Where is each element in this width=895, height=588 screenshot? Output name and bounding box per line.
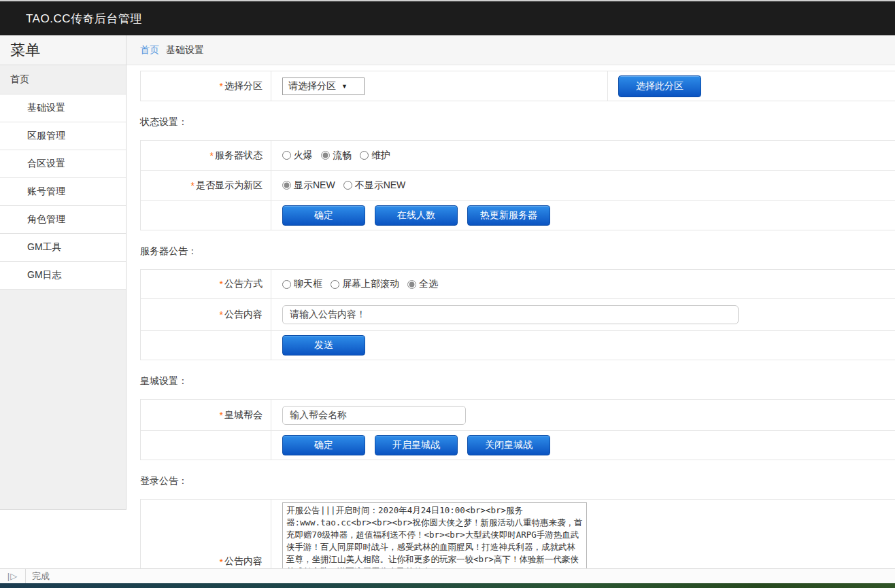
sidebar-item-home[interactable]: 首页 bbox=[0, 65, 126, 94]
send-button[interactable]: 发送 bbox=[282, 335, 365, 356]
sidebar-item-label: 角色管理 bbox=[27, 213, 65, 226]
radio-input[interactable] bbox=[282, 280, 291, 289]
status-confirm-button[interactable]: 确定 bbox=[282, 205, 365, 226]
choose-zone-button[interactable]: 选择此分区 bbox=[618, 75, 701, 97]
sidebar-item-label: GM日志 bbox=[27, 269, 62, 281]
zone-select-action-cell: 选择此分区 bbox=[607, 71, 895, 101]
radio-chatbox[interactable]: 聊天框 bbox=[282, 278, 322, 290]
sidebar-item-label: GM工具 bbox=[27, 241, 62, 254]
required-asterisk: * bbox=[220, 410, 223, 421]
section-title-status: 状态设置： bbox=[140, 116, 895, 128]
close-palace-war-button[interactable]: 关闭皇城战 bbox=[467, 435, 550, 455]
radio-input[interactable] bbox=[407, 280, 416, 289]
required-asterisk: * bbox=[220, 279, 223, 290]
sidebar-item-role-management[interactable]: 角色管理 bbox=[0, 206, 126, 234]
radio-server-hot[interactable]: 火爆 bbox=[282, 150, 313, 162]
login-content-row: * 公告内容 开服公告|||开启时间：2020年4月24日10:00<br><b… bbox=[141, 500, 895, 568]
announce-table: * 公告方式 聊天框 屏幕上部滚动 全选 bbox=[140, 269, 895, 360]
palace-table: * 皇城帮会 确定 开启皇城战 关闭皇城战 bbox=[140, 399, 895, 460]
section-title-login: 登录公告： bbox=[140, 475, 895, 487]
section-title-announce: 服务器公告： bbox=[140, 245, 895, 258]
sidebar-item-account-management[interactable]: 账号管理 bbox=[0, 178, 126, 206]
show-new-label: * 是否显示为新区 bbox=[141, 171, 271, 200]
radio-show-new[interactable]: 显示NEW bbox=[282, 179, 335, 192]
radio-screen-scroll[interactable]: 屏幕上部滚动 bbox=[331, 278, 399, 290]
palace-confirm-button[interactable]: 确定 bbox=[282, 435, 365, 455]
sidebar-item-label: 区服管理 bbox=[27, 130, 65, 142]
open-palace-war-button[interactable]: 开启皇城战 bbox=[375, 435, 458, 455]
status-buttons-row: 确定 在线人数 热更新服务器 bbox=[141, 201, 895, 230]
required-asterisk: * bbox=[220, 557, 223, 568]
login-content-label: * 公告内容 bbox=[141, 500, 271, 568]
announce-method-field: 聊天框 屏幕上部滚动 全选 bbox=[271, 270, 895, 298]
sidebar: 菜单 首页 基础设置 区服管理 合区设置 账号管理 角色管理 GM工具 GM日志 bbox=[0, 35, 126, 510]
online-count-button[interactable]: 在线人数 bbox=[375, 205, 458, 226]
announce-content-label: * 公告内容 bbox=[141, 299, 271, 330]
announce-content-input[interactable] bbox=[282, 305, 739, 324]
guild-name-input[interactable] bbox=[282, 406, 466, 425]
run-icon: |▷ bbox=[0, 569, 26, 583]
main-panel: 首页 基础设置 * 选择分区 请选择分区 ▼ 选择此分区 bbox=[126, 35, 895, 568]
announce-send-field: 发送 bbox=[271, 331, 895, 360]
sidebar-item-merge-settings[interactable]: 合区设置 bbox=[0, 150, 126, 178]
sidebar-item-label: 账号管理 bbox=[27, 186, 65, 198]
status-text: 完成 bbox=[26, 570, 50, 583]
radio-select-all[interactable]: 全选 bbox=[407, 278, 438, 290]
radio-input[interactable] bbox=[282, 181, 291, 190]
form-content: * 选择分区 请选择分区 ▼ 选择此分区 状态设置： * bbox=[126, 65, 895, 568]
chevron-down-icon: ▼ bbox=[341, 83, 348, 90]
zone-select-label: * 选择分区 bbox=[141, 71, 271, 101]
app-title: TAO.CC传奇后台管理 bbox=[26, 11, 142, 27]
server-status-label: * 服务器状态 bbox=[141, 141, 271, 170]
zone-select-field: 请选择分区 ▼ bbox=[271, 71, 607, 101]
sidebar-item-label: 首页 bbox=[10, 73, 29, 86]
breadcrumb-current: 基础设置 bbox=[166, 44, 204, 56]
hot-update-button[interactable]: 热更新服务器 bbox=[467, 205, 550, 226]
radio-input[interactable] bbox=[331, 280, 339, 289]
zone-select-dropdown[interactable]: 请选择分区 ▼ bbox=[282, 77, 365, 95]
sidebar-item-zone-management[interactable]: 区服管理 bbox=[0, 122, 126, 150]
breadcrumb: 首页 基础设置 bbox=[126, 35, 895, 65]
login-announce-table: * 公告内容 开服公告|||开启时间：2020年4月24日10:00<br><b… bbox=[140, 499, 895, 568]
desktop-wallpaper-strip bbox=[0, 583, 895, 588]
show-new-field: 显示NEW 不显示NEW bbox=[271, 171, 895, 200]
sidebar-item-basic-settings[interactable]: 基础设置 bbox=[0, 94, 126, 122]
server-status-field: 火爆 流畅 维护 bbox=[271, 141, 895, 170]
login-announce-textarea[interactable]: 开服公告|||开启时间：2020年4月24日10:00<br><br>服务器:w… bbox=[282, 502, 587, 568]
palace-buttons-row: 确定 开启皇城战 关闭皇城战 bbox=[141, 431, 895, 460]
show-new-row: * 是否显示为新区 显示NEW 不显示NEW bbox=[141, 171, 895, 201]
announce-method-row: * 公告方式 聊天框 屏幕上部滚动 全选 bbox=[141, 270, 895, 299]
empty-label-cell bbox=[141, 331, 271, 360]
palace-buttons-field: 确定 开启皇城战 关闭皇城战 bbox=[271, 431, 895, 460]
status-settings-table: * 服务器状态 火爆 流畅 维护 bbox=[140, 140, 895, 230]
announce-content-field bbox=[271, 299, 895, 330]
top-navbar: TAO.CC传奇后台管理 bbox=[0, 1, 895, 35]
palace-guild-label: * 皇城帮会 bbox=[141, 400, 271, 430]
radio-input[interactable] bbox=[343, 181, 352, 190]
login-content-field: 开服公告|||开启时间：2020年4月24日10:00<br><br>服务器:w… bbox=[271, 500, 895, 568]
palace-guild-row: * 皇城帮会 bbox=[141, 400, 895, 431]
sidebar-header: 菜单 bbox=[0, 35, 126, 65]
announce-send-row: 发送 bbox=[141, 331, 895, 360]
status-bar: |▷ 完成 bbox=[0, 568, 895, 583]
radio-hide-new[interactable]: 不显示NEW bbox=[343, 179, 406, 192]
sidebar-item-gm-tools[interactable]: GM工具 bbox=[0, 234, 126, 262]
breadcrumb-home-link[interactable]: 首页 bbox=[140, 44, 159, 56]
server-status-row: * 服务器状态 火爆 流畅 维护 bbox=[141, 141, 895, 171]
palace-guild-field bbox=[271, 400, 895, 430]
announce-method-label: * 公告方式 bbox=[141, 270, 271, 298]
required-asterisk: * bbox=[191, 180, 195, 191]
status-buttons-field: 确定 在线人数 热更新服务器 bbox=[271, 201, 895, 230]
zone-select-row: * 选择分区 请选择分区 ▼ 选择此分区 bbox=[141, 71, 895, 101]
radio-server-smooth[interactable]: 流畅 bbox=[321, 150, 352, 162]
sidebar-item-gm-logs[interactable]: GM日志 bbox=[0, 262, 126, 290]
radio-server-maintenance[interactable]: 维护 bbox=[360, 150, 390, 162]
zone-select-table: * 选择分区 请选择分区 ▼ 选择此分区 bbox=[140, 71, 895, 101]
zone-select-value: 请选择分区 bbox=[288, 80, 336, 92]
section-title-palace: 皇城设置： bbox=[140, 375, 895, 387]
radio-input[interactable] bbox=[321, 151, 330, 160]
sidebar-item-label: 基础设置 bbox=[27, 102, 65, 114]
radio-input[interactable] bbox=[282, 151, 291, 160]
empty-label-cell bbox=[141, 431, 271, 460]
radio-input[interactable] bbox=[360, 151, 369, 160]
